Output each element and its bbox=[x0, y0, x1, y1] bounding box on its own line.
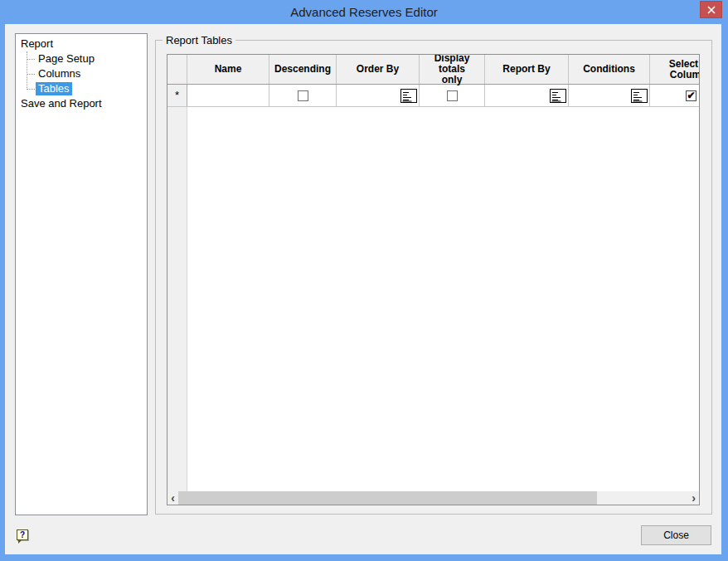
tree-connector-line bbox=[27, 89, 35, 90]
cell-display-totals-only[interactable] bbox=[420, 85, 485, 106]
close-x-icon bbox=[707, 6, 716, 14]
scroll-left-button[interactable]: ‹ bbox=[167, 491, 178, 505]
cell-select-all-columns[interactable]: ✔ bbox=[650, 85, 700, 106]
column-header-name[interactable]: Name bbox=[187, 55, 269, 84]
grid-new-row: *✔ bbox=[167, 85, 699, 107]
sidebar-item-save-and-report[interactable]: Save and Report bbox=[16, 96, 147, 111]
column-header-conditions[interactable]: Conditions bbox=[569, 55, 650, 84]
descending-checkbox[interactable] bbox=[298, 90, 308, 101]
cell-order-by[interactable] bbox=[337, 85, 420, 106]
column-header-select-all-columns[interactable]: Select All Columns bbox=[650, 55, 700, 84]
grid-empty-area bbox=[167, 107, 699, 492]
sidebar-tree: ReportPage SetupColumnsTablesSave and Re… bbox=[16, 34, 147, 111]
column-header-label: Order By bbox=[357, 64, 399, 75]
column-header-label: Descending bbox=[274, 64, 331, 75]
column-header-descending[interactable]: Descending bbox=[269, 55, 337, 84]
dialog-body: ReportPage SetupColumnsTablesSave and Re… bbox=[5, 24, 721, 554]
column-header-label: Display totals only bbox=[420, 54, 484, 85]
sidebar-item-label: Report bbox=[18, 37, 56, 51]
column-header-row-selector[interactable] bbox=[167, 55, 187, 84]
horizontal-scrollbar[interactable]: ‹ › bbox=[167, 491, 699, 505]
column-header-order-by[interactable]: Order By bbox=[337, 55, 420, 84]
column-header-label: Conditions bbox=[583, 64, 635, 75]
window-title: Advanced Reserves Editor bbox=[290, 5, 438, 19]
sidebar-item-tables[interactable]: Tables bbox=[16, 81, 147, 96]
sidebar-panel: ReportPage SetupColumnsTablesSave and Re… bbox=[15, 33, 148, 515]
new-row-marker: * bbox=[175, 91, 179, 100]
cell-name[interactable] bbox=[187, 85, 269, 106]
new-row-selector-cell[interactable]: * bbox=[167, 85, 187, 106]
column-header-label: Select All Columns bbox=[669, 59, 700, 80]
column-header-label: Name bbox=[215, 64, 242, 75]
cell-report-by[interactable] bbox=[485, 85, 569, 106]
editor-lines-icon bbox=[550, 89, 566, 103]
grid-header-row: NameDescendingOrder ByDisplay totals onl… bbox=[167, 55, 699, 85]
cell-conditions[interactable] bbox=[569, 85, 650, 106]
report-tables-groupbox: Report Tables NameDescendingOrder ByDisp… bbox=[155, 40, 712, 515]
sidebar-item-label: Tables bbox=[36, 82, 72, 95]
display-totals-only-checkbox[interactable] bbox=[447, 90, 458, 101]
column-header-label: Report By bbox=[502, 64, 550, 75]
window-close-button[interactable] bbox=[700, 1, 722, 18]
conditions-editor-button[interactable] bbox=[631, 89, 648, 103]
help-question-icon: ? bbox=[20, 531, 25, 539]
scrollbar-track[interactable] bbox=[178, 491, 688, 505]
sidebar-item-label: Columns bbox=[36, 67, 83, 80]
editor-lines-icon bbox=[631, 89, 648, 103]
grid-empty-background bbox=[187, 107, 699, 492]
tree-connector-line bbox=[27, 74, 35, 75]
column-header-display-totals-only[interactable]: Display totals only bbox=[420, 55, 485, 84]
sidebar-item-report[interactable]: Report bbox=[16, 37, 147, 51]
cell-descending[interactable] bbox=[269, 85, 337, 106]
select-all-columns-checkbox[interactable]: ✔ bbox=[686, 90, 696, 101]
sidebar-item-label: Save and Report bbox=[18, 97, 104, 110]
scrollbar-thumb[interactable] bbox=[178, 491, 597, 505]
report-by-editor-button[interactable] bbox=[550, 89, 566, 103]
close-button[interactable]: Close bbox=[641, 525, 711, 545]
editor-lines-icon bbox=[400, 89, 417, 103]
titlebar[interactable]: Advanced Reserves Editor bbox=[0, 0, 728, 24]
sidebar-item-columns[interactable]: Columns bbox=[16, 66, 147, 81]
sidebar-item-label: Page Setup bbox=[36, 52, 97, 66]
scroll-right-button[interactable]: › bbox=[688, 491, 699, 505]
report-tables-grid: NameDescendingOrder ByDisplay totals onl… bbox=[167, 54, 700, 505]
groupbox-label: Report Tables bbox=[163, 34, 235, 46]
row-header-column bbox=[167, 107, 187, 492]
column-header-report-by[interactable]: Report By bbox=[485, 55, 569, 84]
tree-connector-line bbox=[27, 59, 35, 60]
order-by-editor-button[interactable] bbox=[400, 89, 417, 103]
help-button[interactable]: ? bbox=[17, 529, 28, 540]
sidebar-item-page-setup[interactable]: Page Setup bbox=[16, 51, 147, 66]
